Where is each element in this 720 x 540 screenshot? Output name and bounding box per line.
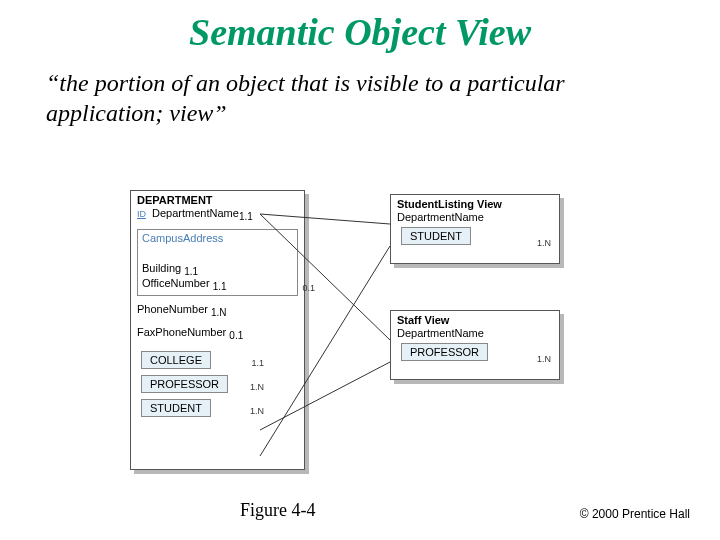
slide-title: Semantic Object View: [0, 10, 720, 54]
department-name-label: DepartmentName: [152, 207, 239, 219]
student-view-card: 1.N: [537, 238, 551, 248]
campus-group-card: 0.1: [302, 283, 315, 293]
office-card: 1.1: [213, 282, 227, 293]
college-object: COLLEGE: [141, 351, 211, 369]
campus-address-label: CampusAddress: [142, 232, 293, 244]
professor-row: PROFESSOR 1.N: [131, 372, 304, 396]
office-row: OfficeNumber 1.1: [142, 277, 293, 292]
student-view-header: StudentListing View: [391, 195, 559, 210]
department-box: DEPARTMENT ID DepartmentName1.1 CampusAd…: [130, 190, 305, 470]
campus-address-group: CampusAddress Building 1.1 OfficeNumber …: [137, 229, 298, 295]
department-name-card: 1.1: [239, 211, 253, 222]
student-object: STUDENT: [141, 399, 211, 417]
student-view-student-row: STUDENT 1.N: [391, 224, 559, 248]
figure-label: Figure 4-4: [240, 500, 316, 521]
college-row: COLLEGE 1.1: [131, 348, 304, 372]
student-card: 1.N: [250, 406, 264, 416]
slide-subtitle: “the portion of an object that is visibl…: [46, 68, 674, 128]
student-view-student-object: STUDENT: [401, 227, 471, 245]
phone-row: PhoneNumber 1.N: [131, 302, 304, 319]
student-view-name: DepartmentName: [391, 210, 559, 224]
staff-view-box: Staff View DepartmentName PROFESSOR 1.N: [390, 310, 560, 380]
building-row: Building 1.1: [142, 262, 293, 277]
building-card: 1.1: [184, 266, 198, 277]
fax-row: FaxPhoneNumber 0.1: [131, 325, 304, 342]
staff-view-header: Staff View: [391, 311, 559, 326]
staff-view-card: 1.N: [537, 354, 551, 364]
copyright-text: © 2000 Prentice Hall: [580, 507, 690, 521]
student-view-box: StudentListing View DepartmentName STUDE…: [390, 194, 560, 264]
diagram-area: DEPARTMENT ID DepartmentName1.1 CampusAd…: [130, 190, 600, 490]
student-row: STUDENT 1.N: [131, 396, 304, 420]
staff-view-name: DepartmentName: [391, 326, 559, 340]
phone-label: PhoneNumber: [137, 303, 208, 315]
fax-label: FaxPhoneNumber: [137, 326, 226, 338]
college-card: 1.1: [251, 358, 264, 368]
phone-card: 1.N: [211, 307, 227, 318]
professor-card: 1.N: [250, 382, 264, 392]
office-label: OfficeNumber: [142, 277, 210, 289]
staff-view-professor-row: PROFESSOR 1.N: [391, 340, 559, 364]
department-header: DEPARTMENT: [131, 191, 304, 206]
building-label: Building: [142, 262, 181, 274]
fax-card: 0.1: [229, 330, 243, 341]
department-name-row: ID DepartmentName1.1: [131, 206, 304, 223]
professor-object: PROFESSOR: [141, 375, 228, 393]
staff-view-professor-object: PROFESSOR: [401, 343, 488, 361]
id-prefix: ID: [137, 209, 146, 219]
